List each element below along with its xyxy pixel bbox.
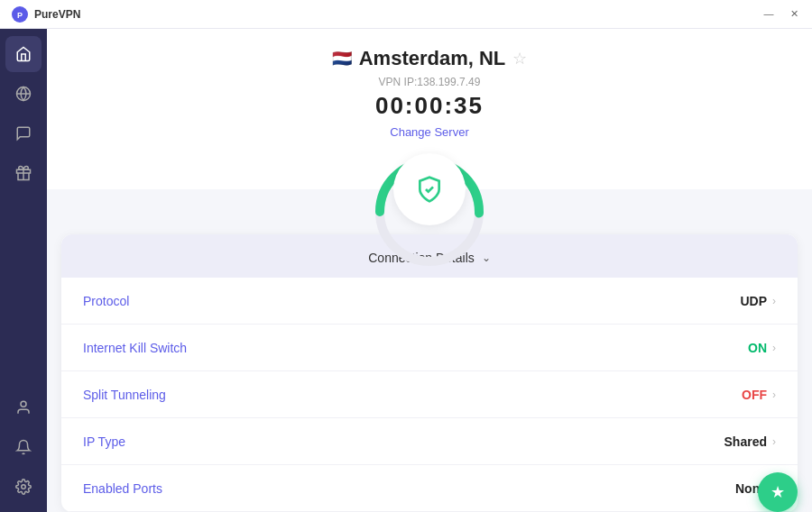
- vpn-ip-label: VPN IP:: [379, 76, 418, 88]
- minimize-button[interactable]: —: [761, 8, 776, 20]
- titlebar: P PureVPN — ✕: [0, 0, 812, 29]
- sidebar-item-globe[interactable]: [5, 76, 42, 112]
- shield-icon: [415, 175, 444, 204]
- close-button[interactable]: ✕: [787, 8, 801, 20]
- location-name: Amsterdam, NL: [359, 47, 506, 70]
- country-flag: 🇳🇱: [332, 49, 352, 69]
- sidebar-item-gift[interactable]: [5, 155, 42, 191]
- fab-star-icon: ★: [770, 482, 785, 502]
- detail-row-ip-type[interactable]: IP Type Shared ›: [61, 418, 798, 465]
- ip-type-label: IP Type: [83, 434, 724, 449]
- split-tunneling-value: OFF: [742, 388, 767, 402]
- svg-point-7: [22, 485, 26, 489]
- protocol-value: UDP: [740, 294, 767, 308]
- detail-row-split-tunneling[interactable]: Split Tunneling OFF ›: [61, 371, 798, 418]
- app-title: PureVPN: [34, 8, 80, 21]
- sidebar-item-support[interactable]: [5, 115, 42, 151]
- location-row: 🇳🇱 Amsterdam, NL ☆: [332, 47, 528, 70]
- kill-switch-value: ON: [748, 341, 767, 355]
- svg-point-6: [21, 401, 26, 407]
- fab-button[interactable]: ★: [758, 472, 798, 512]
- detail-row-enabled-ports[interactable]: Enabled Ports None ›: [61, 465, 798, 512]
- enabled-ports-label: Enabled Ports: [83, 481, 735, 496]
- connection-card: Connection Details ⌄ Protocol UDP › Inte…: [61, 234, 798, 512]
- sidebar-item-account[interactable]: [5, 389, 42, 425]
- main-content: 🇳🇱 Amsterdam, NL ☆ VPN IP:138.199.7.49 0…: [47, 29, 812, 512]
- protocol-label: Protocol: [83, 294, 740, 308]
- sidebar: [0, 29, 47, 512]
- split-tunneling-label: Split Tunneling: [83, 388, 742, 402]
- sidebar-item-settings[interactable]: [5, 469, 42, 505]
- connection-timer: 00:00:35: [375, 92, 484, 120]
- purevpn-logo-icon: P: [11, 5, 29, 23]
- window-controls: — ✕: [761, 8, 801, 20]
- protocol-chevron-icon: ›: [772, 295, 776, 307]
- favorite-star-icon[interactable]: ☆: [512, 49, 527, 69]
- sidebar-item-home[interactable]: [5, 36, 42, 72]
- svg-text:P: P: [17, 11, 23, 20]
- detail-row-kill-switch[interactable]: Internet Kill Switch ON ›: [61, 325, 798, 371]
- app-logo: P PureVPN: [11, 5, 80, 23]
- change-server-link[interactable]: Change Server: [390, 125, 468, 139]
- vpn-ip-display: VPN IP:138.199.7.49: [379, 76, 481, 88]
- vpn-ip-value: 138.199.7.49: [417, 76, 480, 88]
- kill-switch-label: Internet Kill Switch: [83, 341, 748, 355]
- ip-type-value: Shared: [724, 434, 767, 449]
- shield-container: [371, 153, 488, 225]
- kill-switch-chevron-icon: ›: [772, 342, 776, 354]
- sidebar-item-notifications[interactable]: [5, 429, 42, 465]
- app-body: 🇳🇱 Amsterdam, NL ☆ VPN IP:138.199.7.49 0…: [0, 29, 812, 512]
- split-tunneling-chevron-icon: ›: [772, 389, 776, 401]
- top-section: 🇳🇱 Amsterdam, NL ☆ VPN IP:138.199.7.49 0…: [47, 29, 812, 189]
- detail-row-protocol[interactable]: Protocol UDP ›: [61, 278, 798, 325]
- shield-icon-container[interactable]: [393, 153, 466, 225]
- ip-type-chevron-icon: ›: [772, 435, 776, 448]
